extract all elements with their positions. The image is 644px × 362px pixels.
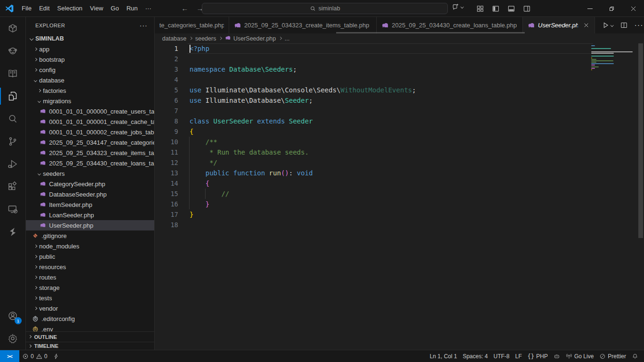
tree-folder-tests[interactable]: tests xyxy=(26,293,154,303)
minimap-line xyxy=(591,51,633,52)
customize-layout-icon[interactable] xyxy=(476,5,484,13)
tree-root-siminlab[interactable]: SIMINLAB xyxy=(26,33,154,44)
code-editor[interactable]: 1<?php23namespace Database\Seeders;45use… xyxy=(155,43,644,350)
status-encoding[interactable]: UTF-8 xyxy=(491,350,512,362)
line-number: 6 xyxy=(155,95,178,106)
tree-file-CategorySeeder.php[interactable]: CategorySeeder.php xyxy=(26,179,154,189)
menu-run[interactable]: Run xyxy=(123,3,141,14)
tree-folder-storage[interactable]: storage xyxy=(26,282,154,293)
tree-folder-config[interactable]: config xyxy=(26,65,154,75)
tree-folder-factories[interactable]: factories xyxy=(26,85,154,96)
tree-folder-migrations[interactable]: migrations xyxy=(26,96,154,106)
line-number: 7 xyxy=(155,106,178,116)
minimap-line xyxy=(591,65,595,66)
tab-2025_09_25_034323_create_items_table.php[interactable]: 2025_09_25_034323_create_items_table.php xyxy=(229,17,377,33)
explorer-more-actions-button[interactable]: ··· xyxy=(140,22,148,29)
tree-file-LoanSeeder.php[interactable]: LoanSeeder.php xyxy=(26,210,154,220)
tree-item-label: .gitignore xyxy=(41,232,66,239)
tree-folder-database[interactable]: database xyxy=(26,75,154,85)
status-cursor-position[interactable]: Ln 1, Col 1 xyxy=(427,350,460,362)
tree-file-2025_09_25_034323_create_items_tabl...[interactable]: 2025_09_25_034323_create_items_tabl... xyxy=(26,148,154,158)
close-tab-icon[interactable] xyxy=(583,22,590,29)
tree-file-ItemSeeder.php[interactable]: ItemSeeder.php xyxy=(26,199,154,210)
activity-s-logo-icon[interactable] xyxy=(0,221,25,243)
tree-file-.editorconfig[interactable]: .editorconfig xyxy=(26,313,154,324)
activity-explorer-icon[interactable] xyxy=(0,85,25,107)
minimize-button[interactable] xyxy=(579,0,601,17)
text-cursor xyxy=(190,45,190,53)
activity-book-icon[interactable] xyxy=(0,62,25,85)
split-editor-icon[interactable] xyxy=(620,21,628,29)
restore-button[interactable] xyxy=(601,0,622,17)
breadcrumb-item-database[interactable]: database xyxy=(162,35,186,42)
tree-item-label: vendor xyxy=(39,305,58,312)
activity-search-icon[interactable] xyxy=(0,107,25,130)
tab-2025_09_25_034430_create_loans_table.php[interactable]: 2025_09_25_034430_create_loans_table.php xyxy=(377,17,523,33)
tree-file-.gitignore[interactable]: .gitignore xyxy=(26,230,154,241)
activity-monkey-face-icon[interactable] xyxy=(0,40,25,62)
tree-folder-bootstrap[interactable]: bootstrap xyxy=(26,54,154,65)
status-copilot[interactable] xyxy=(551,350,563,362)
tree-folder-vendor[interactable]: vendor xyxy=(26,303,154,313)
activity-extensions-icon[interactable] xyxy=(0,175,25,198)
run-code-button[interactable] xyxy=(602,21,613,29)
command-center-search[interactable]: siminlab xyxy=(202,3,448,14)
activity-container-icon[interactable] xyxy=(0,17,25,40)
tree-file-2025_09_25_034430_create_loans_tabl...[interactable]: 2025_09_25_034430_create_loans_tabl... xyxy=(26,158,154,168)
editor-more-actions-icon[interactable]: ··· xyxy=(635,21,644,30)
activity-remote-explorer-icon[interactable] xyxy=(0,198,25,221)
tab-te_categories_table.php[interactable]: te_categories_table.php xyxy=(155,17,229,33)
tree-file-UserSeeder.php[interactable]: UserSeeder.php xyxy=(26,220,154,230)
problems-indicator[interactable]: 0 0 xyxy=(19,350,50,362)
activity-source-control-icon[interactable] xyxy=(0,130,25,153)
tree-folder-routes[interactable]: routes xyxy=(26,272,154,282)
copilot-menu-button[interactable] xyxy=(452,3,463,11)
tree-folder-seeders[interactable]: seeders xyxy=(26,168,154,179)
breadcrumb-item-seeders[interactable]: seeders xyxy=(195,35,216,42)
minimap[interactable] xyxy=(591,45,636,72)
activity-account-icon[interactable]: 1 xyxy=(0,304,25,327)
tree-item-label: bootstrap xyxy=(39,56,65,63)
outline-section-header[interactable]: OUTLINE xyxy=(26,331,154,342)
status-indentation[interactable]: Spaces: 4 xyxy=(460,350,490,362)
status-eol[interactable]: LF xyxy=(512,350,525,362)
tree-file-2025_09_25_034147_create_categories...[interactable]: 2025_09_25_034147_create_categories... xyxy=(26,137,154,148)
tree-folder-node_modules[interactable]: node_modules xyxy=(26,241,154,251)
toggle-secondary-sidebar-icon[interactable] xyxy=(523,5,531,13)
lightning-status-item[interactable] xyxy=(50,350,62,362)
chevron-right-icon xyxy=(32,48,39,50)
status-go-live[interactable]: Go Live xyxy=(563,350,596,362)
breadcrumb-item-UserSeeder.php[interactable]: UserSeeder.php xyxy=(225,35,276,42)
remote-indicator[interactable]: >< xyxy=(0,350,19,362)
menu-moremoremore[interactable]: ··· xyxy=(141,3,155,14)
toggle-panel-icon[interactable] xyxy=(507,5,515,13)
tab-UserSeeder.php[interactable]: UserSeeder.php xyxy=(523,17,595,33)
menu-view[interactable]: View xyxy=(86,3,107,14)
nav-back-icon[interactable]: ← xyxy=(181,4,189,12)
status-notifications[interactable] xyxy=(629,350,641,362)
tree-folder-resources[interactable]: resources xyxy=(26,262,154,272)
menu-edit[interactable]: Edit xyxy=(35,3,53,14)
timeline-section-header[interactable]: TIMELINE xyxy=(26,342,154,350)
tree-folder-public[interactable]: public xyxy=(26,251,154,262)
menu-go[interactable]: Go xyxy=(107,3,123,14)
menu-file[interactable]: File xyxy=(18,3,35,14)
tree-file-DatabaseSeeder.php[interactable]: DatabaseSeeder.php xyxy=(26,189,154,199)
tree-folder-app[interactable]: app xyxy=(26,44,154,54)
tree-file-0001_01_01_000000_create_users_tabl...[interactable]: 0001_01_01_000000_create_users_tabl... xyxy=(26,106,154,116)
breadcrumb-item-...[interactable]: ... xyxy=(285,35,289,42)
status-prettier[interactable]: Prettier xyxy=(596,350,629,362)
status-label: UTF-8 xyxy=(494,353,510,360)
menu-selection[interactable]: Selection xyxy=(53,3,86,14)
lightning-icon xyxy=(53,353,59,360)
close-window-button[interactable] xyxy=(622,0,644,17)
vertical-scrollbar[interactable] xyxy=(638,43,643,238)
activity-run-debug-icon[interactable] xyxy=(0,153,25,175)
tree-file-0001_01_01_000001_create_cache_tabl...[interactable]: 0001_01_01_000001_create_cache_tabl... xyxy=(26,116,154,127)
status-language-mode[interactable]: {}PHP xyxy=(525,350,551,362)
tree-file-0001_01_01_000002_create_jobs_table...[interactable]: 0001_01_01_000002_create_jobs_table... xyxy=(26,127,154,137)
activity-settings-gear-icon[interactable] xyxy=(0,327,25,350)
tree-file-.env[interactable]: .env xyxy=(26,324,154,332)
toggle-sidebar-icon[interactable] xyxy=(492,5,500,13)
tab-scrollbar[interactable] xyxy=(336,32,525,33)
